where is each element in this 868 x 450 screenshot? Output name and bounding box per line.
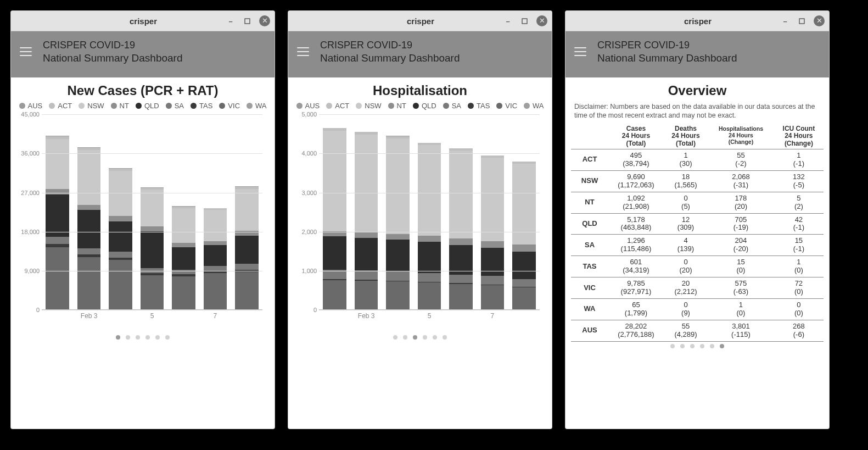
maximize-icon[interactable] xyxy=(520,16,529,25)
chart-bar[interactable] xyxy=(386,136,409,310)
chart-segment-nsw xyxy=(481,158,504,241)
legend-item-nt[interactable]: NT xyxy=(111,102,129,110)
pager-dot[interactable] xyxy=(165,335,170,340)
legend-label: NSW xyxy=(365,102,381,110)
legend-item-sa[interactable]: SA xyxy=(166,102,184,110)
legend-item-qld[interactable]: QLD xyxy=(136,102,159,110)
chart-bar[interactable] xyxy=(172,206,195,310)
window-title: crisper xyxy=(338,16,503,26)
pager-dot[interactable] xyxy=(413,335,417,340)
maximize-icon[interactable] xyxy=(243,16,251,25)
titlebar: crisper – ✕ xyxy=(11,11,275,31)
legend-dot-icon xyxy=(247,103,253,109)
legend-item-wa[interactable]: WA xyxy=(524,102,544,110)
chart-segment-vic xyxy=(109,260,132,310)
chart-y-tick-label: 9,000 xyxy=(20,268,40,274)
cell-hospitalisations: 705(-19) xyxy=(708,213,774,235)
pager-dot[interactable] xyxy=(720,344,724,348)
menu-icon[interactable] xyxy=(20,47,32,56)
pager-dot[interactable] xyxy=(700,344,704,348)
pager-dot[interactable] xyxy=(680,344,685,348)
pager-dots[interactable] xyxy=(565,344,829,348)
row-label: VIC xyxy=(571,277,608,299)
pager-dot[interactable] xyxy=(403,335,407,340)
minimize-icon[interactable]: – xyxy=(781,16,789,25)
table-row: SA1,296(115,486)4(139)204(-20)15(-1) xyxy=(571,235,824,256)
pager-dot[interactable] xyxy=(443,335,447,340)
legend-item-aus[interactable]: AUS xyxy=(19,102,43,110)
menu-icon[interactable] xyxy=(574,47,586,56)
legend-item-tas[interactable]: TAS xyxy=(468,102,490,110)
cell-deaths: 0(9) xyxy=(664,299,708,320)
chart-bar[interactable] xyxy=(235,186,258,310)
chart-segment-sa xyxy=(512,279,535,287)
legend-item-sa[interactable]: SA xyxy=(443,102,461,110)
pager-dot[interactable] xyxy=(690,344,695,348)
chart-segment-nt xyxy=(204,241,227,246)
pager-dot[interactable] xyxy=(423,335,427,340)
chart-gridline xyxy=(42,153,262,154)
pager-dots[interactable] xyxy=(288,335,552,340)
legend-label: WA xyxy=(255,102,266,110)
pager-dot[interactable] xyxy=(126,335,130,340)
pager-dot[interactable] xyxy=(116,335,120,340)
legend-item-wa[interactable]: WA xyxy=(247,102,266,110)
chart-segment-sa xyxy=(449,275,472,284)
pager-dot[interactable] xyxy=(710,344,714,348)
legend-dot-icon xyxy=(388,103,394,109)
row-label: TAS xyxy=(571,256,608,277)
legend-item-nt[interactable]: NT xyxy=(388,102,406,110)
cell-deaths: 12(309) xyxy=(664,213,708,235)
legend-dot-icon xyxy=(356,103,362,109)
legend-item-nsw[interactable]: NSW xyxy=(356,102,381,110)
chart-segment-nt xyxy=(386,234,409,240)
pager-dot[interactable] xyxy=(155,335,160,340)
cell-icu: 1(0) xyxy=(774,256,824,277)
chart-y-tick-label: 0 xyxy=(297,307,317,313)
pager-dot[interactable] xyxy=(670,344,675,348)
table-row: NSW9,690(1,172,063)18(1,565)2,068(-31)13… xyxy=(571,170,824,192)
legend-item-act[interactable]: ACT xyxy=(49,102,72,110)
chart-gridline xyxy=(319,271,540,271)
chart-bar[interactable] xyxy=(418,143,441,310)
legend-dot-icon xyxy=(49,103,55,109)
cell-hospitalisations: 55(-2) xyxy=(708,149,774,170)
close-icon[interactable]: ✕ xyxy=(259,15,270,26)
close-icon[interactable]: ✕ xyxy=(536,15,547,26)
chart-bar[interactable] xyxy=(77,147,100,310)
legend-item-vic[interactable]: VIC xyxy=(496,102,517,110)
pager-dots[interactable] xyxy=(11,335,275,340)
legend-dot-icon xyxy=(79,103,85,109)
legend-item-tas[interactable]: TAS xyxy=(191,102,212,110)
pager-dot[interactable] xyxy=(145,335,150,340)
maximize-icon[interactable] xyxy=(797,16,806,25)
menu-icon[interactable] xyxy=(297,47,309,56)
chart-bar[interactable] xyxy=(46,136,69,310)
chart-y-tick-label: 2,000 xyxy=(297,229,317,235)
pager-dot[interactable] xyxy=(136,335,140,340)
chart-bar[interactable] xyxy=(449,148,472,310)
pager-dot[interactable] xyxy=(433,335,437,340)
minimize-icon[interactable]: – xyxy=(226,16,235,25)
legend-item-vic[interactable]: VIC xyxy=(219,102,240,110)
chart-bar[interactable] xyxy=(323,128,346,310)
legend-item-act[interactable]: ACT xyxy=(326,102,349,110)
minimize-icon[interactable]: – xyxy=(503,16,512,25)
chart-x-tick-label: 5 xyxy=(150,312,154,320)
chart-bar[interactable] xyxy=(355,132,378,310)
legend-item-aus[interactable]: AUS xyxy=(296,102,320,110)
legend-item-nsw[interactable]: NSW xyxy=(79,102,104,110)
chart-bar[interactable] xyxy=(512,162,535,310)
chart-bar[interactable] xyxy=(204,208,227,310)
chart-y-tick-label: 45,000 xyxy=(20,111,40,118)
cell-deaths: 18(1,565) xyxy=(664,170,708,192)
close-icon[interactable]: ✕ xyxy=(814,15,825,26)
chart-y-tick-label: 18,000 xyxy=(20,229,40,235)
chart-bar[interactable] xyxy=(141,187,164,310)
chart-bar[interactable] xyxy=(481,155,504,310)
pager-dot[interactable] xyxy=(393,335,397,340)
chart-segment-nsw xyxy=(77,150,100,205)
chart-segment-sa xyxy=(235,264,258,269)
chart-bar[interactable] xyxy=(109,168,132,310)
legend-item-qld[interactable]: QLD xyxy=(413,102,436,110)
